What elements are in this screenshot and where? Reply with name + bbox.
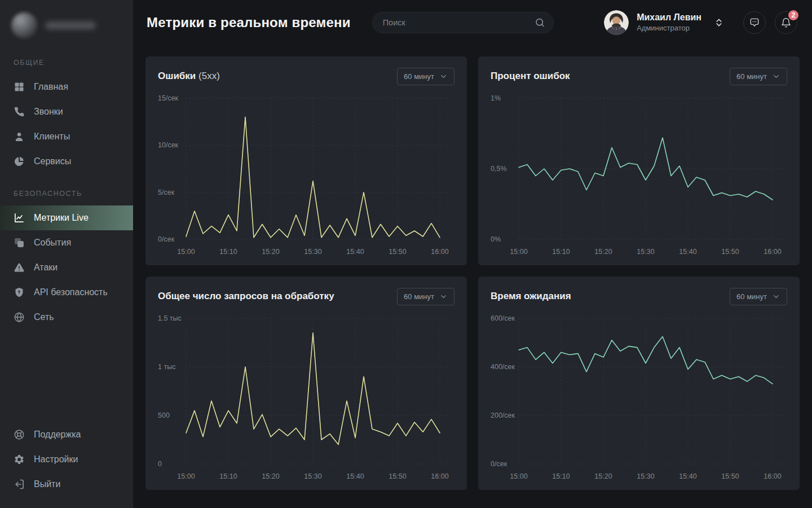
svg-text:16:00: 16:00 — [431, 472, 448, 480]
avatar[interactable] — [604, 10, 629, 35]
top-bar: Метрики в реальном времени — [133, 0, 812, 45]
svg-text:15:40: 15:40 — [346, 472, 364, 480]
phone-icon — [14, 106, 25, 117]
sidebar-item-label: Звонки — [34, 107, 63, 117]
sidebar-item-home[interactable]: Главная — [0, 75, 133, 99]
svg-text:15:40: 15:40 — [679, 248, 696, 256]
chart-title-text: Ошибки — [158, 71, 196, 81]
time-range-select[interactable]: 60 минут — [730, 68, 787, 85]
line-chart-errors-5xx: 15/сек10/сек5/сек0/сек15:0015:1015:2015:… — [158, 91, 454, 257]
svg-text:15:30: 15:30 — [304, 248, 321, 256]
svg-text:15:00: 15:00 — [177, 472, 195, 480]
svg-text:0: 0 — [158, 460, 162, 468]
gear-icon — [14, 454, 25, 465]
chart-panel-error-rate: Процент ошибок60 минут1%0,5%0%15:0015:10… — [478, 56, 800, 265]
svg-text:16:00: 16:00 — [764, 472, 781, 480]
sidebar-nav: ОБЩИЕГлавнаяЗвонкиКлиентыСервисыБЕЗОПАСН… — [0, 40, 133, 330]
svg-text:15:50: 15:50 — [389, 472, 406, 480]
search-input[interactable] — [372, 12, 554, 33]
svg-text:0/сек: 0/сек — [158, 235, 175, 243]
chart-title: Время ожидания — [491, 291, 571, 302]
sidebar-item-label: Настройки — [34, 454, 78, 465]
notification-badge: 2 — [787, 9, 800, 21]
time-range-value: 60 минут — [404, 73, 434, 80]
sidebar-item-label: Атаки — [34, 262, 58, 273]
chart-title-text: Процент ошибок — [491, 71, 570, 81]
chevron-down-icon — [772, 72, 780, 81]
user-icon — [14, 131, 25, 142]
nav-section-label: ОБЩИЕ — [0, 43, 133, 75]
sidebar-item-clients[interactable]: Клиенты — [0, 124, 133, 149]
time-range-value: 60 минут — [736, 293, 767, 300]
sidebar-item-label: Выйти — [34, 479, 60, 489]
chart-title: Процент ошибок — [491, 71, 570, 82]
app-logo[interactable] — [0, 0, 133, 40]
svg-text:15:30: 15:30 — [637, 248, 654, 256]
svg-text:15:40: 15:40 — [679, 472, 696, 480]
chevron-down-icon — [439, 72, 448, 81]
chart-title: Ошибки (5xx) — [158, 71, 220, 82]
svg-text:15:10: 15:10 — [219, 472, 237, 480]
messages-button[interactable] — [743, 11, 766, 34]
svg-text:5/сек: 5/сек — [158, 189, 175, 196]
svg-text:15:50: 15:50 — [389, 248, 406, 256]
time-range-select[interactable]: 60 минут — [730, 288, 787, 305]
svg-text:1%: 1% — [491, 94, 501, 102]
sidebar-item-settings[interactable]: Настройки — [0, 447, 133, 472]
sidebar-item-events[interactable]: События — [0, 230, 133, 255]
svg-text:15:10: 15:10 — [219, 248, 237, 256]
sidebar-item-calls[interactable]: Звонки — [0, 99, 133, 124]
chart-panel-header: Процент ошибок60 минут — [491, 67, 787, 86]
sidebar-item-label: Главная — [34, 82, 68, 92]
search-box — [372, 12, 554, 33]
sidebar-item-support[interactable]: Поддержка — [0, 422, 133, 447]
svg-text:0%: 0% — [491, 235, 501, 243]
chart-title-text: Общее число запросов на обработку — [158, 291, 334, 301]
svg-text:15/сек: 15/сек — [158, 94, 179, 102]
time-range-select[interactable]: 60 минут — [397, 288, 454, 305]
alert-triangle-icon — [14, 262, 25, 273]
sidebar-item-logout[interactable]: Выйти — [0, 472, 133, 497]
page-title: Метрики в реальном времени — [147, 15, 351, 30]
sidebar: ОБЩИЕГлавнаяЗвонкиКлиентыСервисыБЕЗОПАСН… — [0, 0, 133, 508]
main-content: Метрики в реальном времени — [133, 0, 812, 508]
sidebar-item-network[interactable]: Сеть — [0, 305, 133, 330]
svg-text:15:20: 15:20 — [262, 472, 279, 480]
nav-section-label: БЕЗОПАСНОСТЬ — [0, 174, 133, 205]
sidebar-footer: ПоддержкаНастройкиВыйти — [0, 419, 133, 508]
search-icon[interactable] — [535, 17, 545, 28]
chart-panel-header: Ошибки (5xx)60 минут — [158, 67, 454, 86]
svg-text:15:50: 15:50 — [721, 472, 739, 480]
layers-icon — [14, 237, 25, 248]
chart-panel-total-requests: Общее число запросов на обработку60 мину… — [145, 277, 467, 490]
app-window: ОБЩИЕГлавнаяЗвонкиКлиентыСервисыБЕЗОПАСН… — [0, 0, 812, 508]
line-chart-icon — [14, 212, 25, 224]
svg-text:15:20: 15:20 — [262, 248, 279, 256]
svg-text:15:10: 15:10 — [552, 248, 570, 256]
svg-text:15:10: 15:10 — [552, 472, 570, 480]
sidebar-item-api-security[interactable]: API безопасность — [0, 280, 133, 305]
time-range-select[interactable]: 60 минут — [397, 68, 454, 85]
svg-text:0,5%: 0,5% — [491, 165, 507, 173]
notifications-button[interactable]: 2 — [775, 11, 797, 34]
chart-title: Общее число запросов на обработку — [158, 291, 334, 302]
sidebar-item-label: Метрики Live — [34, 213, 89, 223]
svg-text:0/сек: 0/сек — [491, 460, 508, 468]
sidebar-item-label: События — [34, 238, 71, 248]
logo-icon — [11, 12, 37, 38]
sidebar-item-attacks[interactable]: Атаки — [0, 255, 133, 280]
svg-text:600/сек: 600/сек — [491, 314, 515, 322]
chat-bubble-icon — [749, 17, 760, 28]
sidebar-item-label: Поддержка — [34, 430, 81, 440]
sidebar-item-metrics-live[interactable]: Метрики Live — [0, 205, 133, 230]
user-role: Администратор — [637, 24, 701, 33]
chevron-up-down-icon[interactable] — [714, 17, 724, 28]
sidebar-item-label: Клиенты — [34, 132, 70, 142]
logout-icon — [14, 479, 25, 490]
chart-panel-header: Время ожидания60 минут — [491, 287, 787, 306]
grid-icon — [14, 81, 25, 93]
svg-text:15:00: 15:00 — [510, 472, 527, 480]
svg-text:1 тыс: 1 тыс — [158, 363, 175, 371]
sidebar-item-services[interactable]: Сервисы — [0, 149, 133, 174]
chart-panel-errors-5xx: Ошибки (5xx)60 минут15/сек10/сек5/сек0/с… — [145, 56, 467, 265]
